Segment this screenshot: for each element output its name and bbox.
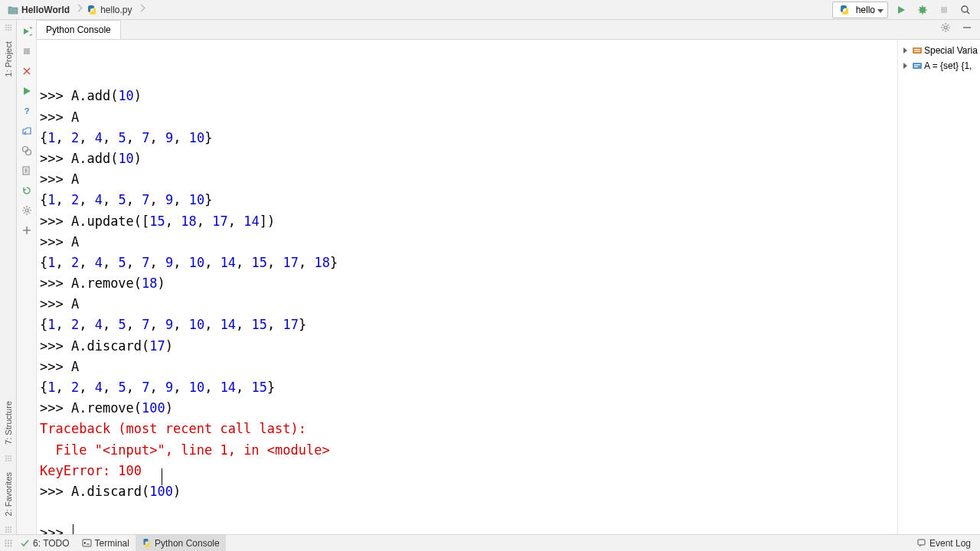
grip-icon[interactable] — [4, 23, 13, 32]
grip-icon[interactable] — [3, 538, 14, 549]
svg-point-2 — [962, 6, 968, 12]
svg-point-4 — [8, 24, 9, 26]
breadcrumb-project-label: HelloWorld — [21, 5, 70, 15]
text-cursor-icon — [162, 468, 162, 485]
svg-point-43 — [5, 540, 6, 541]
attach-debugger-button[interactable] — [18, 122, 35, 139]
favorites-tool-window-button[interactable]: 2: Favorites — [2, 468, 15, 520]
history-button[interactable] — [18, 162, 35, 179]
svg-point-49 — [5, 545, 6, 546]
svg-point-9 — [5, 29, 7, 31]
svg-point-24 — [5, 529, 7, 530]
svg-point-16 — [8, 458, 9, 459]
svg-point-47 — [8, 542, 9, 543]
svg-point-29 — [10, 531, 11, 533]
variables-panel: Special Varia A = {set} {1, — [897, 40, 980, 534]
status-label: Event Log — [929, 538, 971, 549]
svg-point-13 — [8, 455, 9, 457]
event-log-icon — [916, 538, 926, 548]
help-button[interactable]: ? — [18, 103, 35, 119]
reload-button[interactable] — [18, 182, 35, 199]
svg-rect-52 — [83, 540, 91, 546]
svg-point-5 — [10, 24, 11, 26]
python-file-icon — [839, 5, 850, 15]
svg-point-3 — [5, 24, 7, 26]
python-console-tool-window-button[interactable]: Python Console — [136, 535, 226, 551]
svg-point-6 — [5, 27, 7, 28]
terminal-icon — [82, 538, 92, 548]
console-tab-bar: Python Console — [37, 20, 980, 40]
svg-point-8 — [10, 27, 11, 28]
close-button[interactable] — [18, 63, 35, 80]
status-label: 6: TODO — [33, 538, 70, 549]
svg-point-35 — [25, 209, 28, 212]
chevron-right-icon[interactable] — [900, 60, 910, 71]
svg-rect-39 — [914, 51, 920, 52]
svg-point-17 — [10, 458, 11, 459]
hide-button[interactable] — [959, 19, 975, 36]
breadcrumb-file-label: hello.py — [100, 5, 132, 15]
svg-rect-40 — [913, 63, 922, 69]
event-log-button[interactable]: Event Log — [910, 535, 977, 551]
variables-row-special[interactable]: Special Varia — [900, 43, 978, 58]
svg-rect-41 — [914, 64, 920, 65]
svg-point-44 — [8, 540, 9, 541]
execute-button[interactable] — [18, 83, 35, 99]
variable-icon — [912, 60, 923, 71]
svg-point-26 — [10, 529, 11, 530]
console-output[interactable]: >>> A.add(10)>>> A{1, 2, 4, 5, 7, 9, 10}… — [37, 40, 897, 534]
gear-icon[interactable] — [937, 19, 954, 36]
variables-row-label: Special Varia — [924, 45, 978, 56]
svg-point-21 — [5, 527, 7, 528]
structure-tool-window-button[interactable]: 7: Structure — [2, 396, 15, 449]
svg-point-18 — [5, 460, 7, 461]
svg-point-45 — [10, 540, 11, 541]
svg-point-11 — [10, 29, 11, 31]
grip-icon[interactable] — [4, 525, 13, 534]
tab-python-console[interactable]: Python Console — [36, 20, 121, 39]
svg-point-23 — [10, 527, 11, 528]
check-icon — [20, 538, 30, 548]
svg-rect-42 — [914, 67, 918, 67]
chevron-right-icon[interactable] — [900, 45, 910, 56]
rerun-button[interactable] — [18, 23, 35, 40]
svg-point-36 — [944, 26, 947, 29]
svg-point-28 — [8, 531, 9, 533]
folder-icon — [8, 5, 18, 15]
svg-point-50 — [8, 545, 9, 546]
search-button[interactable] — [957, 2, 974, 18]
top-toolbar: HelloWorld hello.py hello — [0, 0, 980, 20]
status-label: Terminal — [95, 538, 129, 549]
svg-rect-53 — [918, 540, 925, 545]
debug-button[interactable] — [914, 2, 931, 18]
grip-icon[interactable] — [4, 454, 13, 463]
svg-rect-37 — [913, 47, 922, 54]
status-label: Python Console — [155, 538, 220, 549]
svg-point-46 — [5, 542, 6, 543]
breadcrumb-project[interactable]: HelloWorld — [3, 3, 74, 17]
todo-tool-window-button[interactable]: 6: TODO — [14, 535, 76, 551]
svg-text:?: ? — [24, 106, 29, 116]
toolbar-right: hello — [832, 2, 977, 18]
svg-point-27 — [5, 531, 7, 533]
terminal-tool-window-button[interactable]: Terminal — [76, 535, 136, 551]
svg-point-7 — [8, 27, 9, 28]
variables-row-a[interactable]: A = {set} {1, — [900, 58, 978, 73]
svg-point-19 — [8, 460, 9, 461]
status-bar: 6: TODO Terminal Python Console Event Lo… — [0, 534, 980, 551]
tab-label: Python Console — [46, 24, 111, 35]
run-button[interactable] — [893, 2, 910, 18]
show-variables-button[interactable] — [18, 142, 35, 159]
chevron-right-icon — [137, 3, 145, 17]
new-console-button[interactable] — [18, 222, 35, 239]
breadcrumb-file[interactable]: hello.py — [82, 3, 136, 17]
svg-rect-38 — [914, 49, 920, 50]
project-tool-window-button[interactable]: 1: Project — [2, 37, 15, 81]
svg-point-25 — [8, 529, 9, 530]
stop-button[interactable] — [936, 2, 952, 18]
left-tool-strip: 1: Project 7: Structure 2: Favorites — [0, 20, 17, 534]
stop-console-button[interactable] — [18, 43, 35, 60]
run-config-selector[interactable]: hello — [832, 2, 888, 18]
console-tool-column: ? — [17, 20, 37, 534]
settings-button[interactable] — [18, 202, 35, 219]
